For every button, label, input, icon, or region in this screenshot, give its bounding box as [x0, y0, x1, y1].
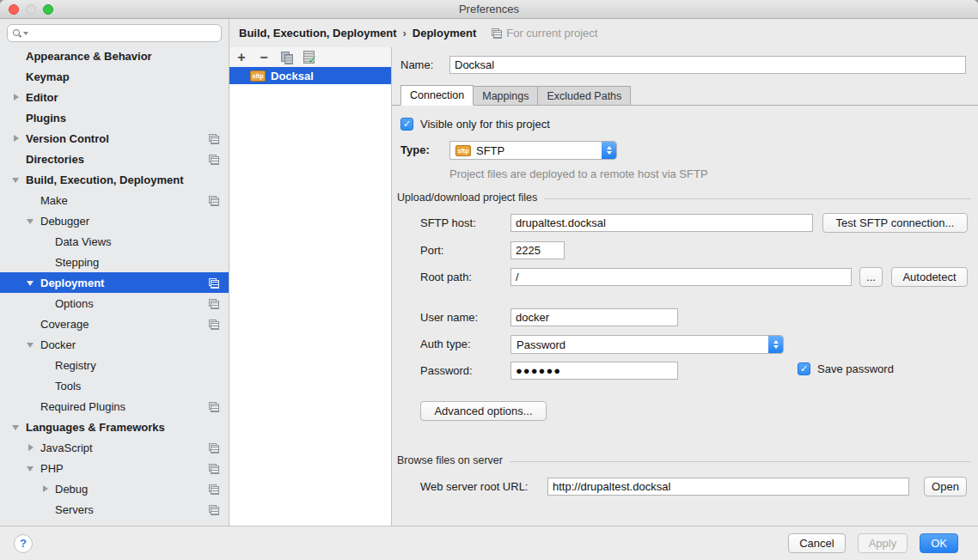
breadcrumb-segment[interactable]: Build, Execution, Deployment [239, 27, 396, 40]
sidebar-item-make[interactable]: Make [0, 190, 229, 210]
browse-root-path-button[interactable]: ... [859, 267, 883, 287]
save-password-checkbox[interactable] [798, 362, 810, 375]
tree-arrow-none [11, 154, 22, 165]
open-url-button[interactable]: Open [924, 477, 967, 496]
section-divider [510, 461, 971, 462]
window-title: Preferences [459, 3, 519, 15]
window-controls [9, 4, 53, 15]
project-scope-icon [208, 401, 219, 412]
tree-arrow-none [40, 380, 52, 392]
tab-underline [392, 105, 978, 106]
sidebar-item-data-views[interactable]: Data Views [0, 231, 229, 252]
tree-arrow-none [40, 236, 52, 247]
chevron-down-icon[interactable] [26, 339, 37, 350]
auth-type-label: Auth type: [420, 335, 471, 354]
sidebar-item-registry[interactable]: Registry [0, 355, 229, 375]
sidebar-item-plugins[interactable]: Plugins [0, 107, 229, 128]
password-input[interactable] [510, 362, 678, 380]
project-scope-icon [491, 27, 502, 39]
upload-section-header: Upload/download project files [397, 192, 971, 204]
sidebar-item-debugger[interactable]: Debugger [0, 210, 229, 231]
sftp-file-icon: sftp [250, 70, 266, 82]
sidebar-item-tools[interactable]: Tools [0, 375, 229, 396]
chevron-right-icon[interactable] [11, 133, 22, 144]
green-check-icon: ✓ [308, 53, 317, 66]
search-input[interactable] [7, 24, 222, 42]
visible-only-checkbox[interactable] [400, 118, 413, 131]
ok-button[interactable]: OK [920, 533, 958, 553]
sftp-host-input[interactable] [510, 214, 813, 232]
sidebar-item-appearance-behavior[interactable]: Appearance & Behavior [0, 46, 229, 66]
chevron-right-icon[interactable] [11, 92, 22, 103]
cancel-button[interactable]: Cancel [788, 533, 845, 553]
project-scope-icon [208, 195, 219, 206]
chevron-down-icon[interactable] [11, 422, 22, 433]
sidebar-item-directories[interactable]: Directories [0, 149, 229, 169]
zoom-window-icon[interactable] [43, 4, 53, 15]
tab-excluded-paths[interactable]: Excluded Paths [538, 86, 631, 106]
auth-type-dropdown[interactable]: Password [510, 335, 784, 354]
test-sftp-connection-button[interactable]: Test SFTP connection... [822, 213, 968, 233]
sidebar-item-build-execution-deployment[interactable]: Build, Execution, Deployment [0, 169, 229, 190]
sidebar-item-coverage[interactable]: Coverage [0, 313, 229, 334]
server-list-item-docksal[interactable]: sftp Docksal [229, 67, 391, 84]
autodetect-button[interactable]: Autodetect [891, 267, 968, 287]
port-input[interactable] [510, 241, 565, 259]
search-options-chevron-icon[interactable] [23, 32, 28, 35]
sidebar-item-stepping[interactable]: Stepping [0, 252, 229, 272]
password-label: Password: [420, 362, 473, 380]
chevron-down-icon[interactable] [26, 216, 37, 227]
sidebar-item-keymap[interactable]: Keymap [0, 66, 229, 87]
project-scope-icon [208, 298, 219, 309]
web-root-url-input[interactable] [547, 478, 909, 496]
tree-arrow-none [40, 360, 52, 371]
type-dropdown[interactable]: sftp SFTP [449, 141, 617, 160]
sidebar-item-languages-frameworks[interactable]: Languages & Frameworks [0, 417, 229, 437]
dropdown-stepper-icon[interactable] [602, 142, 616, 159]
sidebar-item-docker[interactable]: Docker [0, 334, 229, 355]
dropdown-stepper-icon[interactable] [768, 336, 783, 353]
project-scope-icon [208, 484, 219, 495]
tab-bar: Connection Mappings Excluded Paths [400, 85, 631, 106]
sidebar-item-version-control[interactable]: Version Control [0, 128, 229, 149]
help-button[interactable]: ? [14, 534, 33, 553]
advanced-options-button[interactable]: Advanced options... [420, 401, 547, 421]
tree-arrow-none [11, 113, 22, 124]
chevron-right-icon[interactable] [26, 442, 37, 453]
sidebar-item-php-servers[interactable]: Servers [0, 499, 229, 520]
chevron-right-icon[interactable] [40, 484, 52, 495]
sidebar-item-editor[interactable]: Editor [0, 87, 229, 107]
close-window-icon[interactable] [9, 4, 19, 15]
section-divider [544, 198, 971, 199]
duplicate-server-icon[interactable] [280, 52, 292, 64]
project-scope-icon [208, 277, 219, 289]
server-list-toolbar: + − ✓ [229, 47, 391, 67]
name-label: Name: [400, 56, 433, 75]
chevron-down-icon[interactable] [26, 277, 37, 289]
use-as-default-icon[interactable]: ✓ [303, 51, 315, 64]
chevron-down-icon[interactable] [26, 463, 37, 474]
sidebar-item-php[interactable]: PHP [0, 458, 229, 478]
name-input[interactable] [449, 56, 966, 74]
add-server-button[interactable]: + [235, 52, 248, 64]
user-name-input[interactable] [510, 308, 678, 326]
server-name: Docksal [271, 70, 314, 82]
project-scope-icon [208, 154, 219, 165]
sidebar-item-options[interactable]: Options [0, 293, 229, 313]
sidebar-item-required-plugins[interactable]: Required Plugins [0, 396, 229, 417]
breadcrumb-separator: › [402, 27, 406, 40]
sidebar-item-javascript[interactable]: JavaScript [0, 437, 229, 458]
sidebar-item-php-debug[interactable]: Debug [0, 478, 229, 499]
project-scope-icon [208, 463, 219, 474]
project-scope-icon [208, 442, 219, 453]
root-path-input[interactable] [510, 268, 852, 286]
browse-section-header: Browse files on server [397, 454, 971, 466]
tab-mappings[interactable]: Mappings [474, 86, 538, 106]
tab-connection[interactable]: Connection [400, 85, 474, 106]
apply-button[interactable]: Apply [858, 533, 908, 553]
tree-arrow-none [26, 319, 37, 330]
remove-server-button[interactable]: − [258, 52, 270, 64]
sidebar-item-deployment[interactable]: Deployment [0, 272, 229, 293]
save-password-label: Save password [817, 362, 894, 375]
chevron-down-icon[interactable] [11, 174, 22, 186]
